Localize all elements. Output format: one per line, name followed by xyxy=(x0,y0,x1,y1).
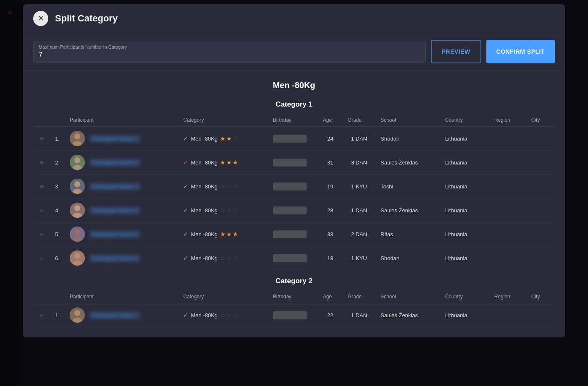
star-empty: ☆ xyxy=(233,312,238,318)
star-empty: ☆ xyxy=(226,207,232,214)
modal-title: Split Category xyxy=(55,13,118,24)
region-cell xyxy=(489,222,526,246)
table-row: ≡ 2. Participant Name 2 ✓ Men -80Kg ★★★ xyxy=(33,151,555,175)
grade-cell: 2 DAN xyxy=(343,222,375,246)
table-row: ≡ 3. Participant Name 3 ✓ Men -80Kg ☆☆☆ xyxy=(33,175,555,198)
star-empty: ☆ xyxy=(233,255,238,261)
star-empty: ☆ xyxy=(233,183,238,190)
participant-name: Participant Name 7 xyxy=(89,311,141,319)
row-number: 5. xyxy=(50,222,65,246)
avatar xyxy=(70,308,85,323)
grade-cell: 1 DAN xyxy=(343,127,375,151)
th-school-1: School xyxy=(375,114,440,127)
birthday-value xyxy=(273,254,307,262)
table-row: ≡ 6. Participant Name 6 ✓ Men -80Kg ☆☆☆ xyxy=(33,246,555,270)
age-cell: 28 xyxy=(318,198,343,222)
school-cell: Saulės Ženklas xyxy=(375,303,440,327)
country-cell: Lithuania xyxy=(440,175,489,198)
row-number: 6. xyxy=(50,246,65,270)
drag-cell[interactable]: ≡ xyxy=(33,246,50,270)
row-number: 1. xyxy=(50,127,65,151)
birthday-cell xyxy=(268,246,318,270)
max-participants-input-group[interactable]: Maximum Participants Number In Category xyxy=(33,41,426,63)
city-cell xyxy=(526,151,555,175)
school-cell: Saulės Ženklas xyxy=(375,151,440,175)
age-cell: 19 xyxy=(318,246,343,270)
th-drag xyxy=(33,114,50,127)
table-row: ≡ 4. Participant Name 4 ✓ Men -80Kg ☆☆☆ xyxy=(33,198,555,222)
drag-handle-icon[interactable]: ≡ xyxy=(38,135,45,142)
star-rating: ☆☆☆ xyxy=(220,183,238,190)
drag-handle-icon[interactable]: ≡ xyxy=(38,231,45,237)
star-filled: ★ xyxy=(226,231,232,237)
star-rating: ☆☆☆ xyxy=(220,255,238,261)
th-city-1: City xyxy=(526,114,555,127)
th-grade-1: Grade xyxy=(343,114,375,127)
category-label: Men -80Kg xyxy=(191,183,218,190)
country-cell: Lithuania xyxy=(440,246,489,270)
star-empty: ☆ xyxy=(226,183,232,190)
star-filled: ★ xyxy=(220,231,226,237)
category-cell: ✓ Men -80Kg ☆☆☆ xyxy=(178,175,268,198)
drag-handle-icon[interactable]: ≡ xyxy=(38,312,45,318)
region-cell xyxy=(489,198,526,222)
age-cell: 33 xyxy=(318,222,343,246)
modal-toolbar: Maximum Participants Number In Category … xyxy=(23,33,565,70)
country-cell: Lithuania xyxy=(440,151,489,175)
birthday-value xyxy=(273,135,307,143)
star-rating: ☆☆☆ xyxy=(220,312,238,318)
row-number: 3. xyxy=(50,175,65,198)
th-age-2: Age xyxy=(318,290,343,303)
category2-table: Participant Category Birthday Age Grade … xyxy=(33,290,555,327)
school-cell: Shodan xyxy=(375,246,440,270)
drag-cell[interactable]: ≡ xyxy=(33,303,50,327)
region-cell xyxy=(489,303,526,327)
category-label: Men -80Kg xyxy=(191,231,218,237)
svg-point-13 xyxy=(74,229,80,235)
drag-cell[interactable]: ≡ xyxy=(33,151,50,175)
grade-cell: 1 DAN xyxy=(343,303,375,327)
drag-handle-icon[interactable]: ≡ xyxy=(38,159,45,166)
table-row: ≡ 1. Participant Name 1 ✓ Men -80Kg ★★☆ xyxy=(33,127,555,151)
preview-button[interactable]: PREVIEW xyxy=(431,40,481,63)
category1-title: Category 1 xyxy=(33,94,555,114)
school-cell: Toshi xyxy=(375,175,440,198)
confirm-split-button[interactable]: CONFIRM SPLIT xyxy=(486,40,555,63)
th-country-1: Country xyxy=(440,114,489,127)
grade-cell: 3 DAN xyxy=(343,151,375,175)
star-empty: ☆ xyxy=(220,183,226,190)
drag-cell[interactable]: ≡ xyxy=(33,222,50,246)
modal-backdrop: ✕ Split Category Maximum Participants Nu… xyxy=(0,0,588,386)
drag-cell[interactable]: ≡ xyxy=(33,127,50,151)
birthday-cell xyxy=(268,151,318,175)
star-filled: ★ xyxy=(233,231,238,237)
th-birthday-2: Birthday xyxy=(268,290,318,303)
category1-table: Participant Category Birthday Age Grade … xyxy=(33,114,555,270)
th-num-2 xyxy=(50,290,65,303)
star-filled: ★ xyxy=(220,135,226,142)
modal-content: Men -80Kg Category 1 Participant Categor… xyxy=(23,70,565,337)
city-cell xyxy=(526,198,555,222)
drag-handle-icon[interactable]: ≡ xyxy=(38,183,45,190)
svg-point-7 xyxy=(74,181,80,187)
check-icon: ✓ xyxy=(183,207,188,214)
max-participants-input[interactable] xyxy=(39,51,420,59)
close-button[interactable]: ✕ xyxy=(33,11,48,26)
star-rating: ★★☆ xyxy=(220,135,238,142)
drag-cell[interactable]: ≡ xyxy=(33,175,50,198)
age-cell: 19 xyxy=(318,175,343,198)
category2-header-row: Participant Category Birthday Age Grade … xyxy=(33,290,555,303)
country-cell: Lithuania xyxy=(440,127,489,151)
drag-cell[interactable]: ≡ xyxy=(33,198,50,222)
close-icon: ✕ xyxy=(38,14,44,23)
birthday-value xyxy=(273,183,307,190)
star-rating: ☆☆☆ xyxy=(220,207,238,214)
birthday-value xyxy=(273,206,307,214)
drag-handle-icon[interactable]: ≡ xyxy=(38,207,45,214)
birthday-value xyxy=(273,311,307,319)
star-rating: ★★★ xyxy=(220,231,238,237)
country-cell: Lithuania xyxy=(440,222,489,246)
star-filled: ★ xyxy=(226,135,232,142)
check-icon: ✓ xyxy=(183,183,188,190)
drag-handle-icon[interactable]: ≡ xyxy=(38,255,45,261)
